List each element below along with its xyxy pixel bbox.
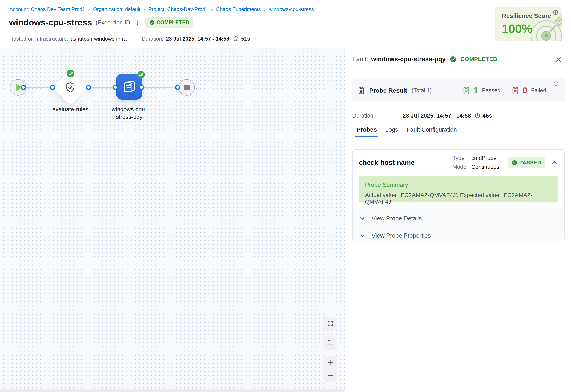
probe-summary-text: Actual value: 'EC2AMAZ-QMVAF4J'. Expecte… (365, 192, 552, 205)
probe-mode-value: Continuous (471, 164, 499, 170)
fault-duration-row: Duration: 23 Jul 2025, 14:57 - 14:58 46s (352, 112, 492, 119)
execution-id: (Execution ID: 1) (96, 19, 138, 26)
active-tab-underline (355, 136, 378, 138)
view-probe-properties-label: View Probe Properties (372, 232, 431, 239)
breadcrumb-organization-link[interactable]: Organization: default (93, 6, 140, 12)
probe-status-badge: PASSED (508, 157, 545, 168)
probe-mode-row: Mode Continuous (452, 164, 499, 170)
passed-count: 1 (474, 86, 478, 96)
pipeline-edge (88, 87, 116, 88)
probe-summary-box: Probe Summary Actual value: 'EC2AMAZ-QMV… (359, 176, 558, 202)
probe-name: check-host-name (359, 159, 415, 167)
fullscreen-button[interactable] (323, 317, 337, 330)
probe-card-header[interactable]: check-host-name Type cmdProbe Mode Conti… (353, 150, 564, 176)
fault-duration-label: Duration: (352, 113, 403, 119)
infra-value: ashutosh-windows-infra (71, 36, 127, 42)
breadcrumb-separator-icon: › (211, 6, 213, 13)
fault-duration-elapsed: 46s (482, 112, 492, 119)
connector-port (113, 85, 118, 90)
clipboard-x-icon (511, 86, 520, 95)
marquee-select-icon (327, 340, 334, 347)
breadcrumb-separator-icon: › (264, 6, 266, 13)
zoom-controls (323, 356, 337, 382)
failed-label: Failed (531, 87, 546, 94)
fault-detail-tabs: Probes Logs Fault Configuration (345, 124, 571, 138)
breadcrumb-separator-icon: › (144, 6, 145, 13)
experiment-status-label: COMPLETED (156, 19, 190, 25)
check-circle-icon (512, 160, 517, 166)
tab-probes[interactable]: Probes (357, 124, 377, 137)
fault-node-label: windows-cpu-stress-pqy (107, 105, 151, 121)
failed-count: 0 (523, 86, 527, 96)
clock-icon (233, 36, 239, 42)
tab-probes-label: Probes (357, 126, 377, 133)
info-icon[interactable] (553, 81, 559, 86)
resilience-score-card: Resilience Score 100% (495, 7, 562, 41)
connector-port (139, 85, 144, 90)
pipeline-canvas[interactable]: evaluate-rules windows-cpu-stress-pqy (0, 48, 345, 392)
tab-logs[interactable]: Logs (385, 124, 398, 137)
check-circle-icon (450, 56, 456, 62)
probe-type-label: Type (452, 155, 471, 161)
breadcrumb-account-link[interactable]: Account: Chaos Dev Team Prod1 (9, 6, 85, 12)
fault-details-panel: Fault: windows-cpu-stress-pqy COMPLETED … (345, 48, 571, 392)
fault-label: Fault: (352, 56, 368, 63)
passed-count-group: 1 Passed (462, 86, 500, 96)
shield-check-icon (64, 82, 76, 93)
evaluate-rules-label: evaluate-rules (40, 105, 101, 113)
fullscreen-icon (327, 320, 334, 327)
close-panel-button[interactable] (554, 55, 563, 64)
breadcrumb-project-link[interactable]: Project: Chaos-Dev-Prod1 (148, 6, 208, 12)
stop-icon (184, 85, 190, 90)
canvas-horizontal-scrollbar[interactable] (0, 389, 345, 392)
check-circle-icon (149, 20, 154, 25)
probe-card: check-host-name Type cmdProbe Mode Conti… (352, 149, 565, 241)
pipeline-end-node[interactable] (179, 79, 195, 96)
meta-divider (134, 34, 134, 43)
probe-mode-label: Mode (452, 164, 471, 170)
connector-port (21, 85, 26, 90)
node-success-badge-icon (66, 70, 75, 78)
breadcrumb-separator-icon: › (88, 6, 90, 13)
probe-type-mode: Type cmdProbe Mode Continuous (452, 155, 499, 170)
chaos-experiment-run-page: Account: Chaos Dev Team Prod1 › Organiza… (0, 0, 571, 392)
duration-label: Duration: (142, 36, 164, 42)
probe-status-label: PASSED (519, 160, 541, 166)
zoom-out-button[interactable] (327, 372, 334, 379)
page-title: windows-cpu-stress (9, 17, 92, 28)
connector-port (86, 85, 91, 90)
experiment-meta-row: Hosted on Infrastructure: ashutosh-windo… (9, 34, 250, 43)
info-icon[interactable] (553, 10, 558, 15)
fault-name: windows-cpu-stress-pqy (371, 56, 446, 63)
breadcrumb-chaos-experiments-link[interactable]: Chaos Experiments (216, 6, 261, 12)
duration-value: 23 Jul 2025, 14:57 - 14:58 (166, 36, 229, 42)
connector-port (50, 85, 55, 90)
resilience-score-title: Resilience Score (502, 12, 551, 19)
passed-label: Passed (482, 87, 500, 94)
probe-type-row: Type cmdProbe (452, 155, 499, 161)
probe-result-title-group: Probe Result (Total 1) (357, 86, 432, 95)
probe-summary-title: Probe Summary (365, 182, 552, 188)
marquee-select-button[interactable] (323, 336, 337, 350)
page-header: Account: Chaos Dev Team Prod1 › Organiza… (0, 0, 571, 48)
fault-panel-header: Fault: windows-cpu-stress-pqy COMPLETED (352, 56, 497, 63)
clipboard-check-icon (462, 86, 471, 95)
collapse-probe-button[interactable] (551, 159, 558, 166)
experiment-title-row: windows-cpu-stress (Execution ID: 1) COM… (9, 17, 194, 28)
zoom-in-button[interactable] (327, 359, 334, 366)
experiment-status-badge: COMPLETED (145, 17, 194, 28)
resilience-score-value: 100% (502, 22, 532, 35)
probe-result-counts: 1 Passed 0 Failed (462, 86, 546, 96)
view-probe-details-label: View Probe Details (372, 215, 422, 222)
node-success-badge-icon (137, 71, 145, 79)
chevron-down-icon (359, 215, 366, 222)
probe-result-summary-box: Probe Result (Total 1) 1 Passed 0 Failed (352, 78, 565, 102)
probe-result-total: (Total 1) (412, 87, 432, 94)
breadcrumb-current-experiment[interactable]: windows-cpu-stress (269, 6, 314, 12)
probe-result-title: Probe Result (369, 87, 407, 94)
tab-fault-configuration[interactable]: Fault Configuration (406, 124, 457, 137)
view-probe-properties-toggle[interactable]: View Probe Properties (359, 231, 558, 240)
infra-label: Hosted on Infrastructure: (9, 36, 68, 42)
view-probe-details-toggle[interactable]: View Probe Details (359, 214, 558, 223)
duration-elapsed: 51s (241, 36, 250, 42)
